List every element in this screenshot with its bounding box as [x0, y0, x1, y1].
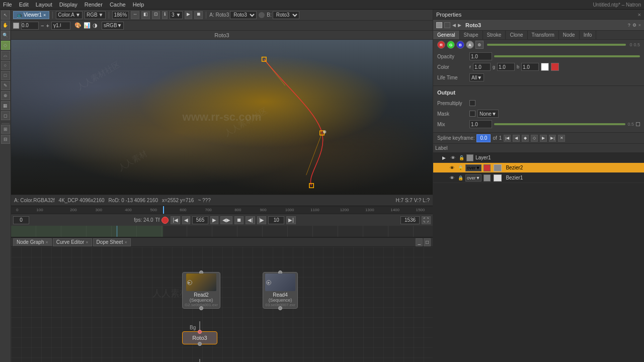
nav-right-icon[interactable]: ▶ — [458, 23, 461, 28]
mask-select[interactable]: None ▼ — [477, 110, 499, 118]
color-swatch-white[interactable] — [541, 63, 549, 71]
tool-extra2[interactable]: ⊟ — [1, 135, 10, 144]
layer-row-bezier1[interactable]: 👁 🔒 over ▼ Bezier1 — [433, 173, 644, 183]
current-frame-input[interactable]: 565 — [192, 216, 208, 224]
tool-rect[interactable]: □ — [1, 71, 10, 80]
next-keyframe-btn[interactable]: ▶| — [286, 216, 296, 224]
shape-tab-general[interactable]: General — [433, 31, 460, 39]
colorspace-select[interactable]: sRGB ▼ — [102, 22, 124, 30]
input-b-select[interactable]: Roto3 — [273, 11, 299, 19]
bezier2-blend-select[interactable]: over ▼ — [465, 164, 481, 171]
tab-node-graph[interactable]: Node Graph × — [13, 238, 52, 246]
fit-btn[interactable]: ⊡ — [152, 11, 160, 19]
menu-cache[interactable]: Cache — [110, 2, 126, 8]
key-extra-btn[interactable]: ✕ — [558, 135, 565, 142]
color-r-input[interactable] — [473, 63, 491, 71]
bezier1-blend-select[interactable]: over ▼ — [465, 174, 481, 182]
menu-render[interactable]: Render — [85, 2, 103, 8]
bezier2-lock-icon[interactable]: 🔒 — [457, 165, 463, 171]
shape-tab-info[interactable]: Info — [580, 31, 597, 39]
exposure-input[interactable]: 0.0 — [21, 22, 39, 30]
play-btn[interactable]: ▶ — [210, 216, 218, 224]
key-add-btn[interactable]: ◆ — [522, 135, 529, 142]
shape-tab-shape[interactable]: Shape — [460, 31, 483, 39]
tab-dope-sheet-close[interactable]: × — [124, 240, 127, 245]
color-g-input[interactable] — [497, 63, 515, 71]
tool-bezier[interactable]: ⌓ — [1, 51, 10, 60]
node-roto3-port-top[interactable] — [198, 330, 202, 334]
node-graph[interactable]: 人人素材社区 ▶ — [11, 247, 433, 362]
channels-select[interactable]: RGB ▼ — [85, 11, 106, 19]
node-lock-icon[interactable] — [444, 22, 450, 28]
layer1-eye-icon[interactable]: 👁 — [449, 154, 456, 161]
b-channel-btn[interactable]: B — [456, 41, 464, 49]
tool-clone[interactable]: ⊕ — [1, 91, 10, 100]
viewer-tab[interactable]: 📺 Viewer1 × — [13, 11, 49, 19]
menu-file[interactable]: File — [3, 2, 12, 8]
menu-layout[interactable]: Layout — [36, 2, 52, 8]
tool-hand[interactable]: ✋ — [1, 21, 10, 30]
g-channel-btn[interactable]: G — [447, 41, 455, 49]
opacity-prop-slider[interactable] — [494, 55, 640, 57]
lifetime-select[interactable]: All ▼ — [469, 73, 484, 81]
opacity-input[interactable] — [469, 52, 492, 60]
a-channel-btn[interactable]: A — [466, 41, 474, 49]
clip-btn[interactable]: ◧ — [141, 11, 150, 19]
plus-btn[interactable]: + — [46, 23, 49, 29]
tool-color[interactable]: ▦ — [1, 101, 10, 110]
key-first-btn[interactable]: |◀ — [504, 135, 511, 142]
node-read2[interactable]: ▶ Read2 (Sequence) G2.se0b0a001.exr — [182, 272, 220, 309]
node-read2-play-icon[interactable]: ▶ — [187, 280, 192, 285]
tab-curve-editor-close[interactable]: × — [86, 240, 88, 245]
viewer-close-icon[interactable]: × — [43, 13, 46, 18]
stop-btn-top[interactable]: ⏹ — [194, 11, 203, 19]
channel-extra-btn[interactable]: ⊕ — [475, 41, 484, 49]
gamma-input[interactable] — [56, 23, 68, 28]
r-channel-btn[interactable]: R — [437, 41, 445, 49]
node-color-icon[interactable] — [436, 22, 442, 28]
key-prev-btn[interactable]: ◀ — [513, 135, 520, 142]
info-btn[interactable]: ℹ — [162, 11, 168, 19]
shape-tab-transform[interactable]: Transform — [528, 31, 559, 39]
tool-extra1[interactable]: ⊞ — [1, 125, 10, 134]
premultiply-checkbox[interactable] — [469, 100, 475, 106]
opacity-slider-track[interactable] — [487, 44, 626, 46]
tab-curve-editor[interactable]: Curve Editor × — [53, 238, 92, 246]
menu-display[interactable]: Display — [59, 2, 77, 8]
node-read4[interactable]: ▶ Read4 (Sequence) 03.se0b0007.exr — [263, 272, 298, 309]
node-graph-maximize[interactable]: □ — [424, 238, 431, 246]
tool-brush[interactable]: ✎ — [1, 81, 10, 90]
mix-slider-track[interactable] — [494, 123, 625, 125]
color-swatch-red[interactable] — [551, 63, 559, 71]
minus-btn[interactable]: − — [41, 23, 44, 29]
color-b-input[interactable] — [521, 63, 539, 71]
next-frame-btn[interactable]: |▶ — [257, 216, 267, 224]
zoom-select[interactable]: 186% — [112, 11, 129, 19]
gamma-input-wrapper[interactable]: γ — [51, 22, 70, 30]
bezier2-eye-icon[interactable]: 👁 — [448, 164, 455, 171]
sync-btn[interactable]: ↔ — [131, 11, 139, 19]
bezier1-lock-icon[interactable]: 🔒 — [457, 175, 463, 181]
menu-help[interactable]: Help — [133, 2, 144, 8]
play-reverse-btn[interactable]: ◀▶ — [220, 216, 232, 224]
auto-contrast-btn[interactable] — [13, 23, 19, 29]
layer1-lock-icon[interactable]: 🔓 — [458, 155, 464, 161]
node-read4-port-bottom[interactable] — [278, 306, 282, 310]
spline-keyframe-input[interactable] — [476, 134, 491, 142]
tool-eraser[interactable]: ◻ — [1, 111, 10, 120]
frame-end-input[interactable]: 1536 — [400, 216, 420, 224]
tool-arrow[interactable]: ↖ — [1, 11, 10, 20]
timeline-track-bar[interactable] — [11, 226, 433, 237]
node-roto3-port-bottom[interactable] — [198, 342, 202, 346]
settings-icon[interactable]: ⚙ — [632, 23, 636, 28]
shape-tab-stroke[interactable]: Stroke — [483, 31, 506, 39]
layer-count[interactable]: 3 ▼ — [170, 11, 183, 19]
shape-tab-node[interactable]: Node — [559, 31, 580, 39]
step-input[interactable]: 10 — [268, 216, 284, 224]
tool-roto[interactable]: ◇ — [1, 41, 10, 50]
properties-close-icon[interactable]: × — [638, 12, 641, 18]
stop-btn[interactable]: ⏹ — [234, 216, 244, 224]
prop-close-icon[interactable]: × — [638, 23, 641, 28]
layer1-collapse[interactable]: ▶ — [442, 155, 447, 160]
fullscreen-btn[interactable]: ⛶ — [422, 216, 431, 224]
